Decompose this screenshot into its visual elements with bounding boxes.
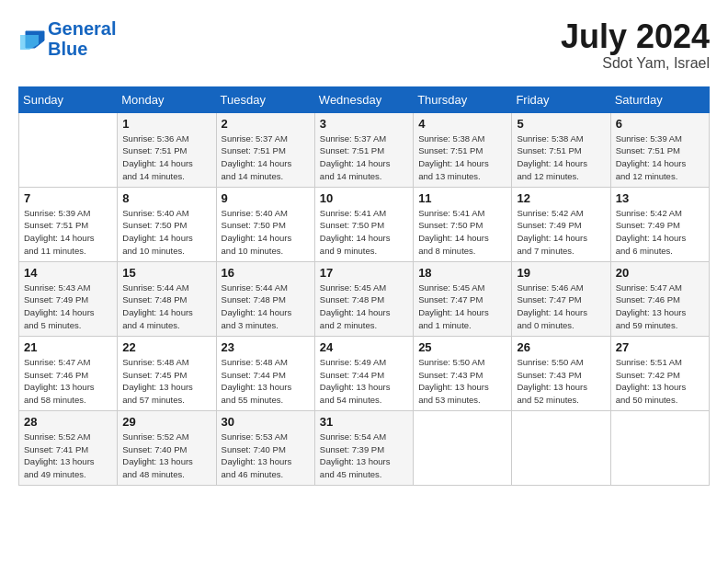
calendar-cell: 8Sunrise: 5:40 AMSunset: 7:50 PMDaylight… xyxy=(118,187,216,261)
day-info: Sunrise: 5:36 AMSunset: 7:51 PMDaylight:… xyxy=(122,132,210,183)
day-number: 6 xyxy=(616,117,704,131)
calendar-cell: 21Sunrise: 5:47 AMSunset: 7:46 PMDayligh… xyxy=(19,336,118,410)
calendar-cell: 12Sunrise: 5:42 AMSunset: 7:49 PMDayligh… xyxy=(512,187,610,261)
day-info: Sunrise: 5:48 AMSunset: 7:45 PMDaylight:… xyxy=(122,356,210,407)
day-info: Sunrise: 5:47 AMSunset: 7:46 PMDaylight:… xyxy=(616,282,704,332)
day-number: 15 xyxy=(122,266,210,280)
month-year: July 2024 xyxy=(561,18,710,55)
calendar-cell: 30Sunrise: 5:53 AMSunset: 7:40 PMDayligh… xyxy=(216,410,314,485)
day-info: Sunrise: 5:40 AMSunset: 7:50 PMDaylight:… xyxy=(122,207,210,258)
day-number: 9 xyxy=(222,191,310,205)
day-info: Sunrise: 5:47 AMSunset: 7:46 PMDaylight:… xyxy=(24,356,112,407)
day-number: 19 xyxy=(517,266,605,280)
day-info: Sunrise: 5:53 AMSunset: 7:40 PMDaylight:… xyxy=(222,431,310,481)
logo-icon xyxy=(18,28,46,50)
day-info: Sunrise: 5:52 AMSunset: 7:40 PMDaylight:… xyxy=(122,431,210,481)
day-number: 17 xyxy=(320,266,408,280)
day-number: 10 xyxy=(320,191,408,205)
day-info: Sunrise: 5:39 AMSunset: 7:51 PMDaylight:… xyxy=(24,207,112,258)
day-number: 31 xyxy=(320,415,408,429)
day-number: 11 xyxy=(418,191,506,205)
location: Sdot Yam, Israel xyxy=(561,55,710,72)
calendar-cell: 20Sunrise: 5:47 AMSunset: 7:46 PMDayligh… xyxy=(610,261,709,336)
calendar-cell: 27Sunrise: 5:51 AMSunset: 7:42 PMDayligh… xyxy=(610,336,709,410)
calendar-cell: 14Sunrise: 5:43 AMSunset: 7:49 PMDayligh… xyxy=(19,261,118,336)
day-number: 18 xyxy=(418,266,506,280)
calendar-cell: 15Sunrise: 5:44 AMSunset: 7:48 PMDayligh… xyxy=(118,261,216,336)
day-info: Sunrise: 5:51 AMSunset: 7:42 PMDaylight:… xyxy=(616,356,704,407)
title-block: July 2024 Sdot Yam, Israel xyxy=(561,18,710,72)
weekday-thursday: Thursday xyxy=(414,86,512,112)
day-number: 14 xyxy=(24,266,112,280)
calendar-cell: 2Sunrise: 5:37 AMSunset: 7:51 PMDaylight… xyxy=(216,112,314,187)
page-header: General Blue July 2024 Sdot Yam, Israel xyxy=(18,18,710,72)
day-number: 13 xyxy=(616,191,704,205)
week-row-4: 21Sunrise: 5:47 AMSunset: 7:46 PMDayligh… xyxy=(19,336,710,410)
day-number: 27 xyxy=(616,340,704,354)
day-info: Sunrise: 5:40 AMSunset: 7:50 PMDaylight:… xyxy=(222,207,310,258)
weekday-wednesday: Wednesday xyxy=(314,86,413,112)
day-number: 26 xyxy=(517,340,605,354)
calendar-cell: 5Sunrise: 5:38 AMSunset: 7:51 PMDaylight… xyxy=(512,112,610,187)
day-number: 25 xyxy=(418,340,506,354)
day-info: Sunrise: 5:41 AMSunset: 7:50 PMDaylight:… xyxy=(418,207,506,258)
day-number: 2 xyxy=(222,117,310,131)
calendar-table: SundayMondayTuesdayWednesdayThursdayFrid… xyxy=(18,86,710,486)
weekday-saturday: Saturday xyxy=(610,86,709,112)
day-number: 21 xyxy=(24,340,112,354)
day-info: Sunrise: 5:37 AMSunset: 7:51 PMDaylight:… xyxy=(222,132,310,183)
weekday-monday: Monday xyxy=(118,86,216,112)
calendar-cell: 11Sunrise: 5:41 AMSunset: 7:50 PMDayligh… xyxy=(414,187,512,261)
weekday-sunday: Sunday xyxy=(19,86,118,112)
week-row-2: 7Sunrise: 5:39 AMSunset: 7:51 PMDaylight… xyxy=(19,187,710,261)
week-row-1: 1Sunrise: 5:36 AMSunset: 7:51 PMDaylight… xyxy=(19,112,710,187)
week-row-5: 28Sunrise: 5:52 AMSunset: 7:41 PMDayligh… xyxy=(19,410,710,485)
logo-text: General xyxy=(48,18,116,39)
calendar-cell: 22Sunrise: 5:48 AMSunset: 7:45 PMDayligh… xyxy=(118,336,216,410)
day-number: 20 xyxy=(616,266,704,280)
calendar-cell: 17Sunrise: 5:45 AMSunset: 7:48 PMDayligh… xyxy=(314,261,413,336)
day-number: 23 xyxy=(222,340,310,354)
logo-text2: Blue xyxy=(48,39,87,59)
day-info: Sunrise: 5:50 AMSunset: 7:43 PMDaylight:… xyxy=(517,356,605,407)
calendar-cell: 31Sunrise: 5:54 AMSunset: 7:39 PMDayligh… xyxy=(314,410,413,485)
calendar-cell xyxy=(414,410,512,485)
day-number: 4 xyxy=(418,117,506,131)
day-number: 22 xyxy=(122,340,210,354)
weekday-header-row: SundayMondayTuesdayWednesdayThursdayFrid… xyxy=(19,86,710,112)
calendar-cell: 6Sunrise: 5:39 AMSunset: 7:51 PMDaylight… xyxy=(610,112,709,187)
calendar-cell: 29Sunrise: 5:52 AMSunset: 7:40 PMDayligh… xyxy=(118,410,216,485)
day-info: Sunrise: 5:38 AMSunset: 7:51 PMDaylight:… xyxy=(517,132,605,183)
day-number: 3 xyxy=(320,117,408,131)
calendar-cell: 26Sunrise: 5:50 AMSunset: 7:43 PMDayligh… xyxy=(512,336,610,410)
calendar-cell: 19Sunrise: 5:46 AMSunset: 7:47 PMDayligh… xyxy=(512,261,610,336)
day-info: Sunrise: 5:42 AMSunset: 7:49 PMDaylight:… xyxy=(616,207,704,258)
calendar-cell: 16Sunrise: 5:44 AMSunset: 7:48 PMDayligh… xyxy=(216,261,314,336)
day-info: Sunrise: 5:41 AMSunset: 7:50 PMDaylight:… xyxy=(320,207,408,258)
logo: General Blue xyxy=(18,18,116,59)
day-info: Sunrise: 5:37 AMSunset: 7:51 PMDaylight:… xyxy=(320,132,408,183)
day-info: Sunrise: 5:45 AMSunset: 7:48 PMDaylight:… xyxy=(320,282,408,332)
day-info: Sunrise: 5:44 AMSunset: 7:48 PMDaylight:… xyxy=(222,282,310,332)
calendar-cell: 9Sunrise: 5:40 AMSunset: 7:50 PMDaylight… xyxy=(216,187,314,261)
day-info: Sunrise: 5:38 AMSunset: 7:51 PMDaylight:… xyxy=(418,132,506,183)
day-number: 7 xyxy=(24,191,112,205)
day-number: 5 xyxy=(517,117,605,131)
day-info: Sunrise: 5:48 AMSunset: 7:44 PMDaylight:… xyxy=(222,356,310,407)
day-info: Sunrise: 5:50 AMSunset: 7:43 PMDaylight:… xyxy=(418,356,506,407)
day-info: Sunrise: 5:42 AMSunset: 7:49 PMDaylight:… xyxy=(517,207,605,258)
day-number: 29 xyxy=(122,415,210,429)
day-number: 16 xyxy=(222,266,310,280)
calendar-cell: 3Sunrise: 5:37 AMSunset: 7:51 PMDaylight… xyxy=(314,112,413,187)
calendar-cell: 13Sunrise: 5:42 AMSunset: 7:49 PMDayligh… xyxy=(610,187,709,261)
day-info: Sunrise: 5:45 AMSunset: 7:47 PMDaylight:… xyxy=(418,282,506,332)
day-number: 28 xyxy=(24,415,112,429)
day-number: 24 xyxy=(320,340,408,354)
calendar-cell xyxy=(610,410,709,485)
calendar-cell: 4Sunrise: 5:38 AMSunset: 7:51 PMDaylight… xyxy=(414,112,512,187)
calendar-cell: 24Sunrise: 5:49 AMSunset: 7:44 PMDayligh… xyxy=(314,336,413,410)
day-number: 1 xyxy=(122,117,210,131)
calendar-cell: 1Sunrise: 5:36 AMSunset: 7:51 PMDaylight… xyxy=(118,112,216,187)
calendar-cell: 7Sunrise: 5:39 AMSunset: 7:51 PMDaylight… xyxy=(19,187,118,261)
calendar-cell: 23Sunrise: 5:48 AMSunset: 7:44 PMDayligh… xyxy=(216,336,314,410)
